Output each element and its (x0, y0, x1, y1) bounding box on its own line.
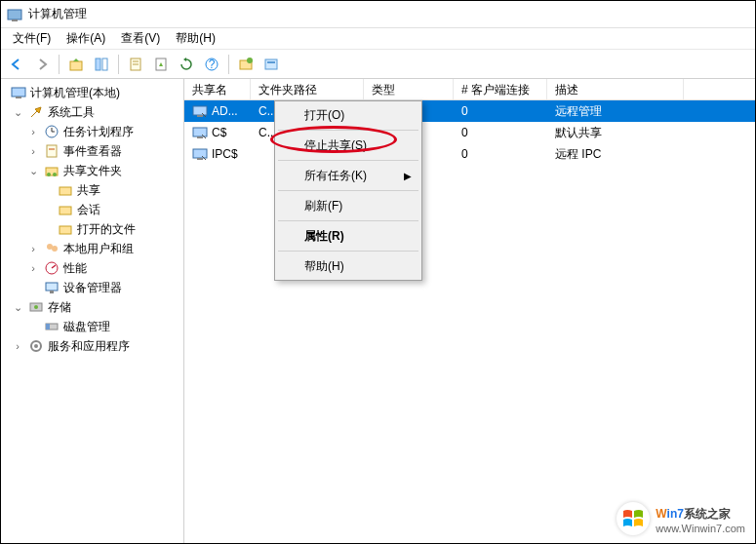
menu-open[interactable]: 打开(O) (277, 103, 419, 127)
tree-shares[interactable]: 共享 (3, 180, 181, 200)
tree-open-files[interactable]: 打开的文件 (3, 219, 181, 239)
event-icon (44, 143, 60, 159)
svg-rect-32 (46, 283, 58, 291)
share-icon (192, 125, 208, 140)
forward-button[interactable] (30, 53, 54, 76)
shares-list: 共享名 文件夹路径 类型 # 客户端连接 描述 AD...C......vs0远… (184, 79, 755, 543)
collapse-icon[interactable]: ⌄ (26, 165, 40, 177)
expand-icon[interactable]: › (26, 262, 40, 274)
svg-rect-37 (46, 324, 50, 330)
column-description[interactable]: 描述 (547, 79, 684, 99)
svg-rect-14 (267, 61, 275, 63)
tree-label: 事件查看器 (63, 143, 122, 160)
tree-label: 设备管理器 (63, 280, 122, 296)
tree-services-apps[interactable]: › 服务和应用程序 (3, 336, 181, 356)
column-clients[interactable]: # 客户端连接 (454, 79, 547, 99)
svg-rect-1 (12, 19, 18, 21)
column-type[interactable]: 类型 (364, 79, 454, 99)
tree-event-viewer[interactable]: › 事件查看器 (3, 141, 181, 161)
menu-all-tasks[interactable]: 所有任务(K)▶ (277, 164, 419, 187)
help-button[interactable]: ? (200, 53, 223, 76)
share-clients: 0 (454, 145, 547, 163)
tree-system-tools[interactable]: ⌄ 系统工具 (3, 102, 181, 122)
new-share-button[interactable] (234, 53, 258, 76)
share-row[interactable]: IPC$...vs0远程 IPC (184, 143, 755, 165)
folder-icon (58, 221, 73, 237)
users-icon (44, 241, 60, 256)
title-bar: 计算机管理 (1, 1, 755, 28)
menu-bar: 文件(F) 操作(A) 查看(V) 帮助(H) (1, 28, 755, 50)
menu-separator (278, 251, 418, 252)
app-icon (7, 7, 22, 22)
share-description: 默认共享 (547, 123, 684, 143)
computer-icon (11, 85, 26, 100)
navigation-tree[interactable]: 计算机管理(本地) ⌄ 系统工具 › 任务计划程序 › 事件查看器 ⌄ 共享文件… (1, 79, 184, 543)
share-description: 远程管理 (547, 101, 684, 122)
share-row[interactable]: C$C......vs0默认共享 (184, 122, 755, 143)
svg-rect-27 (60, 226, 71, 234)
menu-separator (278, 160, 418, 161)
svg-rect-45 (197, 158, 203, 160)
back-button[interactable] (5, 53, 28, 76)
toolbar: ? (1, 50, 755, 79)
share-clients: 0 (454, 124, 547, 141)
tree-local-users[interactable]: › 本地用户和组 (3, 239, 181, 258)
svg-point-35 (34, 305, 38, 309)
collapse-icon[interactable]: ⌄ (11, 106, 24, 119)
tree-disk-management[interactable]: 磁盘管理 (3, 317, 181, 336)
menu-help[interactable]: 帮助(H) (168, 28, 223, 49)
show-hide-button[interactable] (90, 53, 113, 76)
expand-icon[interactable]: › (11, 340, 24, 352)
svg-rect-43 (197, 136, 203, 138)
new-session-button[interactable] (259, 53, 283, 76)
svg-rect-2 (70, 61, 82, 70)
menu-file[interactable]: 文件(F) (5, 28, 59, 49)
tree-task-scheduler[interactable]: › 任务计划程序 (3, 122, 181, 141)
storage-icon (28, 299, 44, 315)
menu-separator (278, 190, 418, 191)
svg-rect-41 (197, 115, 203, 117)
tree-label: 共享 (77, 182, 100, 199)
column-path[interactable]: 文件夹路径 (251, 79, 364, 99)
tree-sessions[interactable]: 会话 (3, 200, 181, 219)
tree-storage[interactable]: ⌄ 存储 (3, 297, 181, 317)
tree-label: 性能 (63, 260, 87, 277)
menu-refresh[interactable]: 刷新(F) (277, 194, 419, 217)
tree-label: 本地用户和组 (63, 241, 134, 257)
tree-device-manager[interactable]: 设备管理器 (3, 278, 181, 297)
svg-rect-25 (60, 187, 71, 195)
refresh-button[interactable] (175, 53, 198, 76)
menu-properties[interactable]: 属性(R) (277, 224, 419, 248)
tree-performance[interactable]: › 性能 (3, 258, 181, 278)
svg-rect-15 (12, 88, 25, 97)
export-button[interactable] (149, 53, 173, 76)
share-name: IPC$ (212, 147, 238, 161)
watermark: Win7系统之家 www.Winwin7.com (617, 502, 745, 535)
watermark-brand: Win7系统之家 (656, 504, 731, 521)
share-name: C$ (212, 126, 226, 139)
tree-root[interactable]: 计算机管理(本地) (3, 83, 181, 102)
expand-icon[interactable]: › (26, 243, 40, 254)
svg-rect-13 (265, 59, 277, 69)
tree-label: 磁盘管理 (63, 319, 110, 335)
window-title: 计算机管理 (28, 6, 87, 22)
share-icon (192, 146, 208, 162)
expand-icon[interactable]: › (26, 145, 40, 157)
submenu-arrow-icon: ▶ (404, 171, 412, 181)
collapse-icon[interactable]: ⌄ (11, 301, 24, 314)
up-button[interactable] (64, 53, 88, 76)
menu-action[interactable]: 操作(A) (59, 28, 113, 49)
tree-shared-folders[interactable]: ⌄ 共享文件夹 (3, 161, 181, 180)
svg-point-39 (34, 344, 38, 348)
svg-rect-20 (47, 145, 57, 157)
share-row[interactable]: AD...C......vs0远程管理 (184, 100, 755, 122)
menu-stop-sharing[interactable]: 停止共享(S) (277, 134, 419, 157)
tree-label: 系统工具 (48, 104, 95, 121)
performance-icon (44, 260, 60, 276)
expand-icon[interactable]: › (26, 126, 40, 137)
share-description: 远程 IPC (547, 144, 684, 165)
menu-help[interactable]: 帮助(H) (277, 254, 419, 278)
properties-button[interactable] (124, 53, 147, 76)
column-name[interactable]: 共享名 (184, 79, 251, 99)
menu-view[interactable]: 查看(V) (113, 28, 168, 49)
